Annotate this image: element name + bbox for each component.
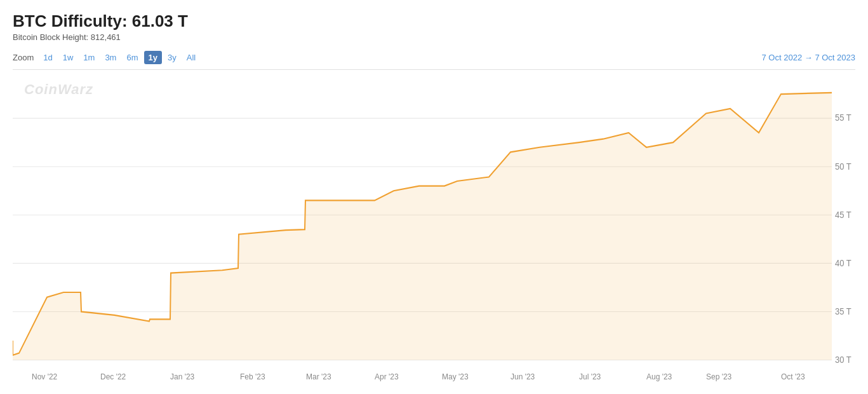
svg-text:Sep '23: Sep '23	[706, 372, 731, 382]
page-title: BTC Difficulty: 61.03 T	[13, 11, 855, 31]
date-start: 7 Oct 2022	[762, 53, 803, 62]
svg-text:30 T: 30 T	[835, 355, 851, 365]
zoom-3y[interactable]: 3y	[163, 51, 181, 64]
zoom-1w[interactable]: 1w	[58, 51, 78, 64]
svg-text:May '23: May '23	[442, 372, 469, 382]
svg-text:55 T: 55 T	[835, 113, 851, 123]
svg-text:Mar '23: Mar '23	[306, 372, 331, 382]
date-end: 7 Oct 2023	[815, 53, 855, 62]
chart-wrapper: CoinWarz 55 T 50 T 45 T 40 T 35 T 30 T N…	[13, 69, 855, 388]
zoom-3m[interactable]: 3m	[100, 51, 121, 64]
zoom-1y[interactable]: 1y	[144, 51, 162, 64]
svg-text:40 T: 40 T	[835, 258, 851, 268]
svg-text:Oct '23: Oct '23	[781, 372, 805, 382]
svg-text:Aug '23: Aug '23	[646, 372, 672, 382]
svg-text:35 T: 35 T	[835, 306, 851, 316]
date-arrow: →	[805, 53, 815, 62]
zoom-group: Zoom 1d 1w 1m 3m 6m 1y 3y All	[13, 51, 200, 64]
block-height: Bitcoin Block Height: 812,461	[13, 32, 855, 42]
zoom-6m[interactable]: 6m	[122, 51, 142, 64]
svg-text:Jan '23: Jan '23	[170, 372, 194, 382]
svg-text:Nov '22: Nov '22	[32, 372, 57, 382]
zoom-1d[interactable]: 1d	[39, 51, 57, 64]
svg-text:Jul '23: Jul '23	[579, 372, 601, 382]
zoom-1m[interactable]: 1m	[79, 51, 99, 64]
page-container: BTC Difficulty: 61.03 T Bitcoin Block He…	[0, 0, 868, 394]
svg-text:45 T: 45 T	[835, 210, 851, 220]
controls-row: Zoom 1d 1w 1m 3m 6m 1y 3y All 7 Oct 2022…	[13, 51, 855, 64]
svg-text:Feb '23: Feb '23	[240, 372, 265, 382]
zoom-all[interactable]: All	[182, 51, 200, 64]
svg-text:Apr '23: Apr '23	[375, 372, 399, 382]
svg-text:Jun '23: Jun '23	[511, 372, 535, 382]
chart-fill	[13, 93, 832, 360]
svg-text:50 T: 50 T	[835, 161, 851, 172]
date-range: 7 Oct 2022 → 7 Oct 2023	[762, 53, 855, 62]
svg-text:Dec '22: Dec '22	[100, 372, 126, 382]
difficulty-chart: 55 T 50 T 45 T 40 T 35 T 30 T Nov '22 De…	[13, 70, 855, 388]
zoom-label: Zoom	[13, 53, 34, 62]
